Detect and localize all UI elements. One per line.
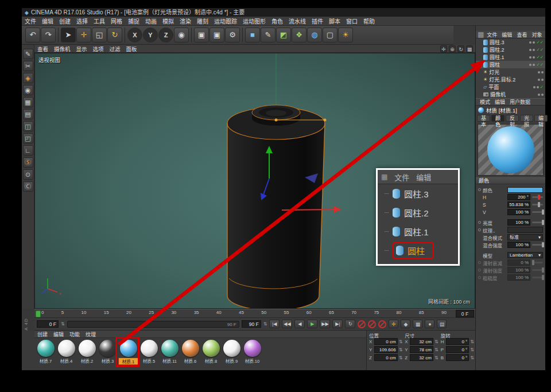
- keyframe-dot-icon[interactable]: [478, 228, 481, 231]
- menu-plugins[interactable]: 插件: [309, 17, 326, 25]
- om-menu-view[interactable]: 查看: [515, 31, 529, 38]
- size-x-field[interactable]: 32 cm: [410, 338, 433, 345]
- enable-dot[interactable]: [529, 49, 531, 51]
- render-picture-viewer-button[interactable]: ▣: [209, 28, 224, 42]
- mode-tab[interactable]: 模式: [478, 98, 492, 106]
- knife-tool-icon[interactable]: ✂: [23, 61, 33, 71]
- frame-range-slider[interactable]: 90 F: [67, 321, 239, 328]
- saturation-slider[interactable]: [532, 204, 543, 205]
- add-spline-menu-button[interactable]: ✎: [261, 28, 276, 42]
- slider-handle[interactable]: [538, 195, 540, 200]
- enable-dot[interactable]: [533, 86, 536, 88]
- slider-handle[interactable]: [542, 275, 544, 280]
- loop-button[interactable]: ↻: [345, 320, 355, 328]
- material-preview[interactable]: [476, 122, 545, 177]
- material-menu-texture[interactable]: 纹理: [83, 331, 99, 338]
- material-sphere[interactable]: [223, 340, 240, 357]
- slider-handle[interactable]: [532, 260, 534, 265]
- menu-snap[interactable]: 捕捉: [125, 17, 142, 25]
- tab-color[interactable]: 颜色: [491, 115, 505, 122]
- slider-handle[interactable]: [542, 267, 544, 273]
- enable-dot[interactable]: [529, 64, 531, 66]
- record-rotation-icon[interactable]: ▦: [413, 320, 422, 328]
- hue-field[interactable]: 200 °: [507, 194, 530, 200]
- record-parameter-icon[interactable]: ●: [425, 320, 434, 328]
- menu-render[interactable]: 渲染: [177, 17, 194, 25]
- menu-select[interactable]: 选择: [73, 17, 91, 25]
- keyframe-dot-icon[interactable]: [478, 221, 481, 224]
- menu-animate[interactable]: 动画: [142, 17, 160, 25]
- viewport-menu-camera[interactable]: 摄像机: [51, 45, 73, 53]
- material-sphere[interactable]: [161, 340, 179, 357]
- pen-tool-icon[interactable]: ✎: [23, 49, 33, 59]
- material-menu-edit[interactable]: 编辑: [51, 331, 67, 338]
- slider-handle[interactable]: [542, 220, 544, 225]
- hue-slider[interactable]: [532, 196, 543, 198]
- object-row-light-target[interactable]: ☀灯光.目标.2: [476, 76, 545, 83]
- timeline-ruler[interactable]: 051015202530354045505560657075808590 0 F: [34, 309, 475, 318]
- spinner[interactable]: ⇅: [470, 355, 474, 360]
- object-row-cylinder3[interactable]: 圆柱.3✓✓: [476, 38, 545, 46]
- object-row-cylinder2[interactable]: 圆柱.2✓✓: [476, 46, 545, 53]
- viewport-menu-panel[interactable]: 面板: [123, 45, 140, 53]
- material-sphere[interactable]: [141, 340, 158, 357]
- rotation-p-field[interactable]: 0 °: [446, 346, 469, 353]
- play-button[interactable]: ▶: [307, 320, 317, 328]
- mix-mode-dropdown[interactable]: 标准▾: [507, 234, 543, 240]
- object-row-cylinder1[interactable]: 圆柱.1✓✓: [476, 53, 545, 61]
- add-camera-menu-button[interactable]: ▢: [323, 28, 337, 42]
- material-item[interactable]: 材质.2: [77, 339, 97, 365]
- live-selection-tool[interactable]: ➤: [61, 28, 76, 42]
- brightness-slider[interactable]: [532, 222, 543, 223]
- slider-handle[interactable]: [542, 209, 544, 215]
- menu-help[interactable]: 帮助: [360, 17, 378, 25]
- target-tool-icon[interactable]: ⊙: [23, 169, 33, 180]
- x-axis-lock-button[interactable]: X: [127, 28, 142, 42]
- material-sphere[interactable]: [79, 340, 96, 357]
- material-sphere[interactable]: [244, 340, 261, 357]
- object-row-light[interactable]: ☀灯光: [476, 68, 545, 76]
- slider-handle[interactable]: [538, 202, 540, 207]
- material-item[interactable]: 材质.6: [180, 339, 200, 365]
- menu-simulate[interactable]: 模拟: [160, 17, 177, 25]
- next-frame-button[interactable]: ▶▶: [320, 320, 330, 328]
- saturation-field[interactable]: 55.838 %: [507, 201, 530, 208]
- z-axis-lock-button[interactable]: Z: [158, 28, 173, 42]
- current-frame-field[interactable]: 0 F: [37, 320, 59, 328]
- tab-basic[interactable]: 基本: [477, 115, 490, 122]
- value-field[interactable]: 100 %: [507, 209, 530, 215]
- record-scale-icon[interactable]: ◆: [401, 320, 410, 328]
- viewport-menu-display[interactable]: 显示: [73, 45, 90, 53]
- previous-frame-button[interactable]: ◀: [294, 320, 305, 328]
- render-dot[interactable]: [541, 71, 544, 73]
- texture-button[interactable]: [507, 227, 543, 233]
- radius-handle-dot[interactable]: [324, 119, 327, 122]
- redo-button[interactable]: ↷: [41, 28, 56, 42]
- material-item[interactable]: 材质.5: [139, 339, 159, 365]
- menu-file[interactable]: 文件: [22, 17, 39, 25]
- position-x-field[interactable]: 0 cm: [374, 338, 398, 345]
- gizmo-x-axis[interactable]: [282, 209, 335, 210]
- render-dot[interactable]: [537, 86, 539, 88]
- axis-tool-icon[interactable]: ∟: [23, 145, 33, 156]
- spinner[interactable]: ⇅: [470, 339, 474, 344]
- previous-key-button[interactable]: ◀◀: [282, 320, 292, 328]
- material-sphere[interactable]: [58, 340, 75, 357]
- toggle-view-icon[interactable]: ▦: [466, 45, 473, 52]
- undo-button[interactable]: ↶: [25, 28, 40, 42]
- move-tool[interactable]: ✛: [76, 28, 91, 42]
- panel-grid-icon[interactable]: ▦: [478, 30, 484, 38]
- spinner[interactable]: ⇅: [470, 347, 474, 352]
- spinner[interactable]: ⇅: [434, 355, 439, 360]
- record-position-icon[interactable]: ✛: [389, 320, 398, 328]
- roughness-field[interactable]: 100 %: [507, 274, 530, 281]
- convert-tool-icon[interactable]: Ⓒ: [23, 181, 33, 192]
- menu-script[interactable]: 脚本: [326, 17, 343, 25]
- om-menu-edit[interactable]: 编辑: [500, 31, 514, 38]
- object-row-plane[interactable]: ▱平面✓: [476, 83, 545, 91]
- add-object-menu-button[interactable]: ■: [245, 28, 260, 42]
- menu-pipeline[interactable]: 流水线: [286, 17, 309, 25]
- zoom-view-icon[interactable]: ⊕: [449, 45, 456, 52]
- menu-window[interactable]: 窗口: [343, 17, 360, 25]
- render-dot[interactable]: [541, 79, 544, 81]
